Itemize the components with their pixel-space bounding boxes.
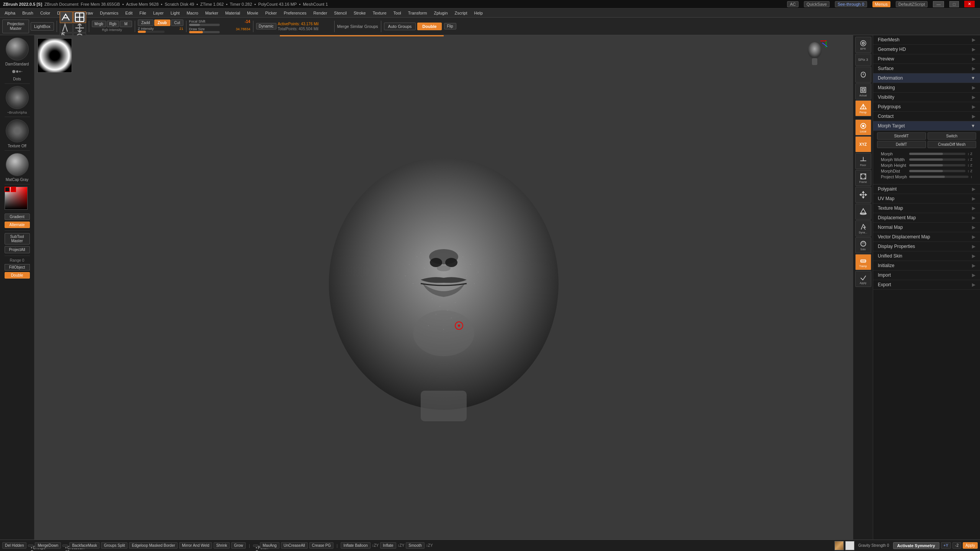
- dynamic-button[interactable]: Dynamic: [256, 23, 276, 29]
- menu-zplugin[interactable]: Zplugin: [431, 10, 451, 16]
- menu-stroke[interactable]: Stroke: [351, 10, 369, 16]
- panel-item-uvmap[interactable]: UV Map ▶: [873, 194, 980, 204]
- del-hidden-button[interactable]: Del Hidden: [2, 542, 26, 549]
- panel-item-masking[interactable]: Masking ▶: [873, 83, 980, 93]
- panel-item-displacementmap[interactable]: Displacement Map ▶: [873, 213, 980, 223]
- spix-button[interactable]: SPix 3: [855, 54, 871, 66]
- 3d-solid-button[interactable]: [855, 204, 871, 220]
- panel-item-morphtarget[interactable]: Morph Target ▼: [873, 121, 980, 131]
- crease-pg-button[interactable]: Crease PG: [309, 542, 333, 549]
- menu-texture[interactable]: Texture: [369, 10, 389, 16]
- smooth-button[interactable]: Smooth: [406, 542, 424, 549]
- panel-item-initialize[interactable]: Initialize ▶: [873, 261, 980, 271]
- flip-button[interactable]: Flip: [444, 23, 456, 29]
- bpr-icon-button[interactable]: BPR: [855, 37, 871, 53]
- xyz-button[interactable]: XYZ: [855, 136, 871, 152]
- projection-master-button[interactable]: Projection Master: [2, 20, 29, 33]
- auto-groups-button[interactable]: Auto Groups: [384, 23, 416, 30]
- menu-edit[interactable]: Edit: [122, 10, 136, 16]
- see-through-button[interactable]: See-through 0: [835, 1, 867, 7]
- menu-material[interactable]: Material: [222, 10, 243, 16]
- project-all-button[interactable]: ProjectAll: [5, 246, 30, 253]
- groups-split-button[interactable]: Groups Split: [101, 542, 127, 549]
- move-icon-button[interactable]: [855, 187, 871, 203]
- quick-sketch-button[interactable]: [60, 11, 73, 23]
- gradient-button[interactable]: Gradient: [5, 214, 30, 220]
- panel-item-normalmap[interactable]: Normal Map ▶: [873, 223, 980, 232]
- fill-object-button[interactable]: FillObject: [5, 264, 30, 271]
- brush-preview[interactable]: [6, 37, 29, 60]
- un-crease-all-button[interactable]: UnCreaseAll: [281, 542, 308, 549]
- panel-item-vectordisplacementmap[interactable]: Vector Displacement Map ▶: [873, 232, 980, 242]
- create-diff-mesh-button[interactable]: CreateDiff Mesh: [928, 141, 977, 148]
- project-morph-slider[interactable]: [909, 176, 969, 178]
- menu-color[interactable]: Color: [37, 10, 53, 16]
- del-mt-button[interactable]: DelMT: [877, 141, 926, 148]
- apply-button[interactable]: Apply: [855, 271, 871, 287]
- menu-stencil[interactable]: Stencil: [331, 10, 350, 16]
- panel-item-texturemap[interactable]: Texture Map ▶: [873, 204, 980, 213]
- activate-symmetry-button[interactable]: Activate Symmetry: [893, 542, 939, 549]
- panel-item-preview[interactable]: Preview ▶: [873, 54, 980, 64]
- mirror-weld-button[interactable]: Mirror And Weld: [179, 542, 212, 549]
- menus-button[interactable]: Menus: [872, 1, 890, 7]
- backface-mask-button[interactable]: BackfaceMask: [69, 542, 100, 549]
- inflate-button[interactable]: Inflate: [380, 542, 396, 549]
- rgb-button[interactable]: Rgb: [107, 21, 119, 27]
- menu-help[interactable]: Help: [471, 10, 486, 16]
- brush-alpha-preview[interactable]: [6, 86, 29, 109]
- actual-button[interactable]: Actual: [855, 83, 871, 99]
- panel-item-deformation[interactable]: Deformation ▼: [873, 73, 980, 83]
- menu-tool[interactable]: Tool: [390, 10, 404, 16]
- color-swatch-left[interactable]: [835, 541, 844, 550]
- cut-button[interactable]: Cut: [171, 20, 183, 26]
- shrink-button[interactable]: Shrink: [214, 542, 230, 549]
- zsub-button[interactable]: Zsub: [154, 20, 170, 26]
- morphdist-slider[interactable]: [909, 170, 965, 172]
- minimize-button[interactable]: —: [933, 1, 944, 7]
- menu-dynamics[interactable]: Dynamics: [97, 10, 121, 16]
- menu-alpha[interactable]: Alpha: [2, 10, 18, 16]
- frame-icon-button[interactable]: Frame: [855, 170, 871, 186]
- edgeloop-masked-button[interactable]: Edgeloop Masked Border: [129, 542, 178, 549]
- texture-preview[interactable]: [6, 119, 29, 142]
- local-button[interactable]: Local: [855, 119, 871, 135]
- tramp-button[interactable]: Tramp: [855, 254, 871, 270]
- panel-item-visibility[interactable]: Visibility ▶: [873, 93, 980, 102]
- panel-item-unifiedskin[interactable]: Unified Skin ▶: [873, 251, 980, 261]
- zadd-button[interactable]: Zadd: [138, 20, 154, 26]
- inflate-balloon-button[interactable]: Inflate Balloon: [341, 542, 370, 549]
- menu-render[interactable]: Render: [310, 10, 330, 16]
- max-angle-button[interactable]: MaxAng: [260, 542, 279, 549]
- scroll-icon-button[interactable]: [855, 67, 871, 83]
- menu-zscript[interactable]: Zscript: [452, 10, 470, 16]
- panel-item-export[interactable]: Export ▶: [873, 280, 980, 290]
- panel-item-import[interactable]: Import ▶: [873, 271, 980, 280]
- grow-button[interactable]: Grow: [231, 542, 246, 549]
- panel-item-displayproperties[interactable]: Display Properties ▶: [873, 242, 980, 251]
- default-zscript-button[interactable]: DefaultZScript: [896, 1, 928, 7]
- mrgb-button[interactable]: Mrgb: [92, 21, 106, 27]
- ac-button[interactable]: AC: [787, 1, 798, 7]
- crease-lvl-button[interactable]: CreaseLvl 15: [62, 544, 68, 547]
- color-swatch-right[interactable]: [845, 541, 854, 550]
- edit-button[interactable]: [73, 11, 86, 23]
- m-button[interactable]: M: [120, 21, 132, 27]
- morph-slider[interactable]: [909, 153, 965, 155]
- menu-macro[interactable]: Macro: [183, 10, 201, 16]
- merge-down-button[interactable]: MergeDown: [35, 542, 61, 549]
- morph-height-slider[interactable]: [909, 164, 965, 166]
- panel-item-contact[interactable]: Contact ▶: [873, 112, 980, 121]
- double-button[interactable]: Double: [417, 23, 441, 30]
- lightbox-button[interactable]: LightBox: [31, 22, 54, 31]
- solo-button[interactable]: Solo: [855, 237, 871, 253]
- groups-by-normals-button[interactable]: Groups By Normals: [28, 544, 33, 547]
- menu-transform[interactable]: Transform: [405, 10, 430, 16]
- maximize-button[interactable]: □: [949, 1, 959, 7]
- focal-shift-slider[interactable]: [189, 24, 220, 26]
- menu-light[interactable]: Light: [168, 10, 183, 16]
- panel-item-fibermesh[interactable]: FiberMesh ▶: [873, 35, 980, 45]
- panel-item-surface[interactable]: Surface ▶: [873, 64, 980, 73]
- matcap-preview[interactable]: [6, 153, 29, 176]
- menu-file[interactable]: File: [136, 10, 149, 16]
